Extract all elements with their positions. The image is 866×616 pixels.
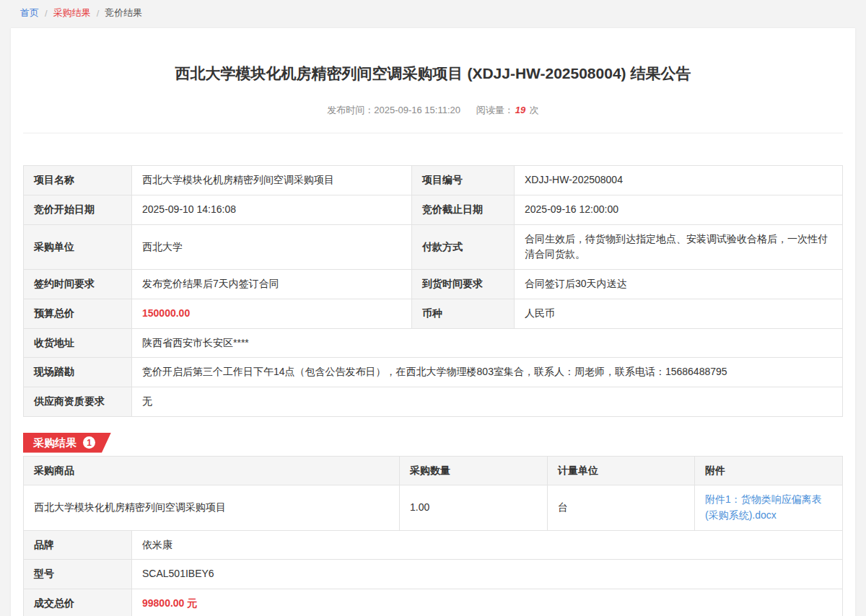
result-quantity: 1.00 xyxy=(400,485,548,530)
info-label: 现场踏勘 xyxy=(24,358,132,387)
table-row: 成交总价 99800.00 元 xyxy=(24,589,843,616)
info-label: 签约时间要求 xyxy=(24,270,132,299)
info-value: 人民币 xyxy=(515,299,843,328)
info-label: 项目名称 xyxy=(24,166,132,195)
divider xyxy=(23,133,843,133)
info-value: 发布竞价结果后7天内签订合同 xyxy=(132,270,412,299)
breadcrumb: 首页 / 采购结果 / 竞价结果 xyxy=(0,0,866,25)
detail-label: 品牌 xyxy=(24,530,132,560)
announcement-card: 西北大学模块化机房精密列间空调采购项目 (XDJJ-HW-202508004) … xyxy=(11,28,855,616)
detail-value: SCAL501IBEY6 xyxy=(132,560,843,589)
info-label: 竞价开始日期 xyxy=(24,195,132,225)
info-value: 合同签订后30天内送达 xyxy=(515,270,843,299)
column-header-quantity: 采购数量 xyxy=(400,456,548,485)
table-header-row: 采购商品 采购数量 计量单位 附件 xyxy=(24,456,843,485)
project-info-table: 项目名称 西北大学模块化机房精密列间空调采购项目 项目编号 XDJJ-HW-20… xyxy=(23,165,843,416)
info-label: 到货时间要求 xyxy=(412,270,515,299)
info-label: 项目编号 xyxy=(412,166,515,195)
table-row: 签约时间要求 发布竞价结果后7天内签订合同 到货时间要求 合同签订后30天内送达 xyxy=(24,270,843,299)
final-price-value: 99800.00 元 xyxy=(132,589,843,616)
table-row: 品牌 依米康 xyxy=(24,530,843,560)
result-count-badge: 1 xyxy=(83,436,95,449)
info-value: 西北大学模块化机房精密列间空调采购项目 xyxy=(132,166,412,195)
result-table: 采购商品 采购数量 计量单位 附件 西北大学模块化机房精密列间空调采购项目 1.… xyxy=(23,456,843,531)
info-value: 西北大学 xyxy=(132,224,412,269)
info-label: 付款方式 xyxy=(412,224,515,269)
info-value: 竞价开启后第三个工作日下午14点（包含公告发布日），在西北大学物理楼803室集合… xyxy=(132,358,843,387)
info-value: 合同生效后，待货物到达指定地点、安装调试验收合格后，一次性付清合同货款。 xyxy=(515,224,843,269)
views-unit: 次 xyxy=(530,105,539,115)
attachment-link[interactable]: 附件1：货物类响应偏离表(采购系统).docx xyxy=(705,493,822,521)
result-ribbon: 采购结果 1 xyxy=(23,433,111,453)
breadcrumb-current: 竞价结果 xyxy=(105,6,142,19)
info-label: 竞价截止日期 xyxy=(412,195,515,225)
info-label: 供应商资质要求 xyxy=(24,387,132,416)
budget-total-value: 150000.00 xyxy=(132,299,412,328)
result-ribbon-label: 采购结果 xyxy=(33,433,76,453)
table-row: 竞价开始日期 2025-09-10 14:16:08 竞价截止日期 2025-0… xyxy=(24,195,843,225)
publish-time-label: 发布时间： xyxy=(327,105,374,115)
breadcrumb-separator: / xyxy=(45,8,48,19)
table-row: 预算总价 150000.00 币种 人民币 xyxy=(24,299,843,328)
publish-time-value: 2025-09-16 15:11:20 xyxy=(374,105,460,115)
info-value: XDJJ-HW-202508004 xyxy=(515,166,843,195)
result-product: 西北大学模块化机房精密列间空调采购项目 xyxy=(24,485,400,530)
info-label: 币种 xyxy=(412,299,515,328)
info-label: 预算总价 xyxy=(24,299,132,328)
detail-value: 依米康 xyxy=(132,530,843,560)
award-detail-table: 品牌 依米康 型号 SCAL501IBEY6 成交总价 99800.00 元 成… xyxy=(23,530,843,616)
column-header-product: 采购商品 xyxy=(24,456,400,485)
table-row: 西北大学模块化机房精密列间空调采购项目 1.00 台 附件1：货物类响应偏离表(… xyxy=(24,485,843,530)
detail-label: 型号 xyxy=(24,560,132,589)
page-title: 西北大学模块化机房精密列间空调采购项目 (XDJJ-HW-202508004) … xyxy=(23,28,843,84)
info-value: 2025-09-10 14:16:08 xyxy=(132,195,412,225)
views-label: 阅读量： xyxy=(476,105,514,115)
breadcrumb-section-link[interactable]: 采购结果 xyxy=(53,6,91,19)
table-row: 收货地址 陕西省西安市长安区**** xyxy=(24,328,843,358)
views-count: 19 xyxy=(515,105,525,115)
detail-label: 成交总价 xyxy=(24,589,132,616)
table-row: 项目名称 西北大学模块化机房精密列间空调采购项目 项目编号 XDJJ-HW-20… xyxy=(24,166,843,195)
table-row: 采购单位 西北大学 付款方式 合同生效后，待货物到达指定地点、安装调试验收合格后… xyxy=(24,224,843,269)
info-label: 收货地址 xyxy=(24,328,132,358)
result-unit: 台 xyxy=(548,485,695,530)
column-header-unit: 计量单位 xyxy=(548,456,695,485)
table-row: 供应商资质要求 无 xyxy=(24,387,843,416)
publish-meta: 发布时间：2025-09-16 15:11:20 阅读量：19 次 xyxy=(23,104,843,117)
column-header-attachment: 附件 xyxy=(695,456,843,485)
info-value: 2025-09-16 12:00:00 xyxy=(515,195,843,225)
result-section-header: 采购结果 1 xyxy=(23,433,843,454)
breadcrumb-home-link[interactable]: 首页 xyxy=(20,6,39,19)
info-label: 采购单位 xyxy=(24,224,132,269)
info-value: 无 xyxy=(132,387,843,416)
info-value: 陕西省西安市长安区**** xyxy=(132,328,843,358)
breadcrumb-separator: / xyxy=(97,8,100,19)
table-row: 现场踏勘 竞价开启后第三个工作日下午14点（包含公告发布日），在西北大学物理楼8… xyxy=(24,358,843,387)
table-row: 型号 SCAL501IBEY6 xyxy=(24,560,843,589)
